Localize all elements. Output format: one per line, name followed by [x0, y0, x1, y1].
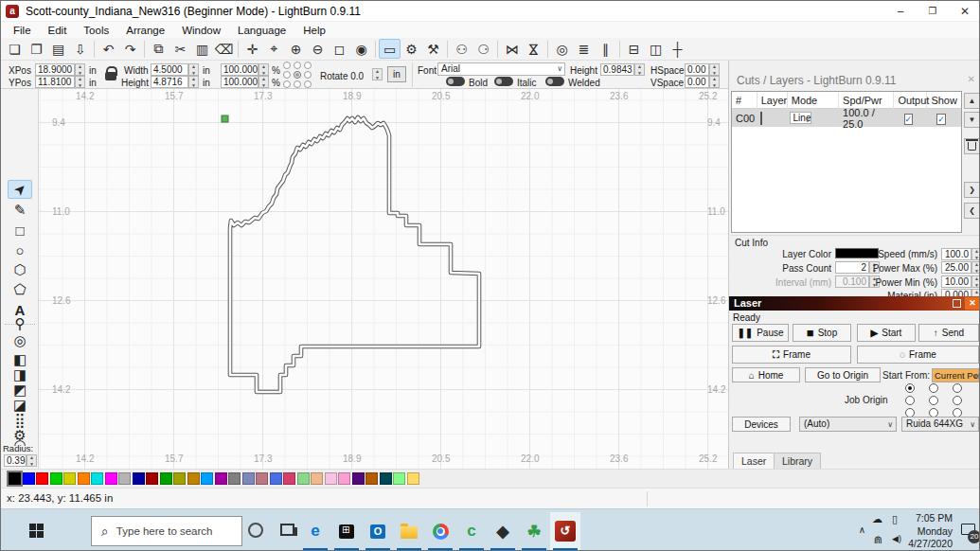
polygon-tool[interactable]: ⬡ [8, 260, 32, 279]
layer-mode-combo[interactable]: Line [790, 112, 812, 124]
palette-color-29[interactable] [407, 472, 419, 485]
palette-color-28[interactable] [393, 472, 405, 485]
layer-right-button[interactable]: ❯ [964, 182, 980, 198]
stop-button[interactable]: ■Stop [793, 324, 851, 342]
offset-shapes-tool[interactable]: ◎ [8, 331, 32, 350]
hspace-input[interactable]: 0.00 [685, 63, 709, 76]
taskbar-app-lightburn[interactable]: ↺ [550, 512, 580, 550]
ypos-input[interactable]: 11.8100 [35, 76, 75, 88]
mirror-horizontal-icon[interactable]: ⋈ [501, 39, 523, 59]
palette-color-0[interactable] [9, 472, 21, 485]
palette-color-19[interactable] [270, 472, 282, 485]
anchor-dot[interactable] [294, 62, 301, 69]
layer-delete-button[interactable] [964, 138, 980, 154]
menu-arrange[interactable]: Arrange [118, 24, 172, 37]
laser-panel-title[interactable]: Laser ✕ [729, 296, 980, 311]
float-panel-icon[interactable] [953, 299, 961, 308]
taskbar-app-green-app[interactable]: ☘ [519, 512, 549, 550]
vspace-spinner[interactable] [709, 76, 720, 88]
settings-gear-icon[interactable]: ⚙ [401, 39, 422, 59]
xpos-spinner[interactable] [75, 63, 85, 76]
tab-library[interactable]: Library [774, 453, 821, 469]
onedrive-icon[interactable]: ☁ [872, 513, 882, 525]
draw-lines-tool[interactable]: ✎ [8, 201, 32, 220]
redo-icon[interactable]: ↷ [119, 39, 141, 59]
taskbar-app-outlook[interactable]: O [363, 512, 393, 550]
round-corner-tool[interactable]: ◠ [8, 435, 32, 454]
anchor-point-selector[interactable] [283, 61, 315, 89]
palette-color-6[interactable] [91, 472, 103, 485]
palette-color-2[interactable] [36, 472, 48, 485]
devices-button[interactable]: Devices [732, 417, 791, 432]
taskbar-search[interactable]: ⌕ Type here to search [91, 516, 242, 546]
width-spinner[interactable] [188, 63, 199, 76]
frame-selection-icon[interactable]: ◻ [329, 39, 350, 59]
anchor-dot[interactable] [294, 71, 301, 79]
maximize-button[interactable]: ❒ [917, 1, 949, 22]
power-min-spinner[interactable] [971, 276, 980, 288]
goto-origin-button[interactable]: Go to Origin [805, 367, 881, 382]
job-origin-radio[interactable] [953, 383, 962, 393]
palette-color-5[interactable] [78, 472, 90, 485]
radius-spinner[interactable] [27, 454, 37, 467]
paste-icon[interactable]: ▥ [191, 39, 213, 59]
cut-icon[interactable]: ✂ [169, 39, 191, 59]
home-button[interactable]: ⌂Home [732, 367, 800, 382]
port-combo[interactable]: (Auto) [799, 417, 897, 432]
power-max-spinner[interactable] [971, 261, 980, 274]
device-combo[interactable]: Ruida 644XG [901, 417, 979, 432]
anchor-dot[interactable] [294, 80, 301, 88]
dock-window-icon[interactable]: ⊟ [623, 39, 645, 59]
power-min-input[interactable]: 10.00 [941, 276, 971, 288]
italic-toggle[interactable] [494, 77, 513, 86]
align-icon[interactable]: ≣ [573, 39, 595, 59]
undo-icon[interactable]: ↶ [98, 39, 119, 59]
move-tool-icon[interactable]: ✛ [241, 39, 263, 59]
height-percent-input[interactable]: 100.000 [221, 76, 258, 88]
welded-toggle[interactable] [545, 77, 564, 86]
wifi-icon[interactable]: ⋒ [874, 534, 882, 546]
palette-color-24[interactable] [338, 472, 350, 485]
palette-color-7[interactable] [105, 472, 117, 485]
menu-window[interactable]: Window [174, 24, 228, 37]
speed-spinner[interactable] [971, 248, 980, 260]
position-tool[interactable]: ⚲ [8, 314, 32, 333]
mirror-vertical-icon[interactable]: ⋈ [523, 39, 544, 59]
frame-circle-button[interactable]: ◌Frame [857, 346, 979, 364]
palette-color-3[interactable] [50, 472, 62, 485]
anchor-dot[interactable] [304, 71, 312, 79]
palette-color-12[interactable] [173, 472, 186, 485]
layer-down-button[interactable]: ▼ [964, 112, 980, 128]
palette-color-15[interactable] [215, 472, 227, 485]
ungroup-icon[interactable]: ⚆ [472, 39, 494, 59]
rotate-spinner[interactable] [372, 68, 383, 80]
anchor-dot[interactable] [283, 80, 291, 88]
start-from-combo[interactable]: Current Position [932, 368, 979, 382]
copy-icon[interactable]: ⧉ [148, 39, 169, 59]
palette-color-16[interactable] [228, 472, 241, 485]
taskbar-app-chrome[interactable] [425, 512, 455, 550]
speed-input[interactable]: 100.0 [941, 248, 971, 260]
job-origin-radio[interactable] [905, 396, 915, 405]
edit-nodes-tool[interactable]: ⬠ [8, 280, 32, 299]
dock-cross-icon[interactable]: ┼ [667, 39, 688, 59]
start-point-marker[interactable] [222, 116, 228, 122]
radius-input[interactable]: 0.394 [4, 454, 27, 467]
menu-help[interactable]: Help [295, 24, 333, 37]
layer-row[interactable]: C00 Line 100.0 / 25.0 ✓ ✓ [732, 109, 961, 127]
zoom-out-icon[interactable]: ⊖ [307, 39, 329, 59]
taskbar-app-edge[interactable]: e [300, 512, 330, 550]
unit-toggle-button[interactable]: in [387, 66, 406, 82]
palette-color-1[interactable] [23, 472, 35, 485]
anchor-dot[interactable] [304, 62, 312, 69]
panel-close-icon[interactable]: ✕ [968, 74, 975, 84]
taskbar-clock[interactable]: 7:05 PM Monday 4/27/2020 [886, 512, 953, 551]
camera-icon[interactable]: ◉ [350, 39, 372, 59]
height-spinner[interactable] [188, 76, 199, 88]
power-max-input[interactable]: 25.00 [941, 261, 971, 274]
start-button[interactable]: ▶Start [857, 324, 916, 342]
delete-icon[interactable]: ⌫ [213, 39, 235, 59]
vspace-input[interactable]: 0.00 [685, 76, 709, 88]
palette-color-25[interactable] [352, 472, 365, 485]
text-height-spinner[interactable] [634, 63, 645, 76]
